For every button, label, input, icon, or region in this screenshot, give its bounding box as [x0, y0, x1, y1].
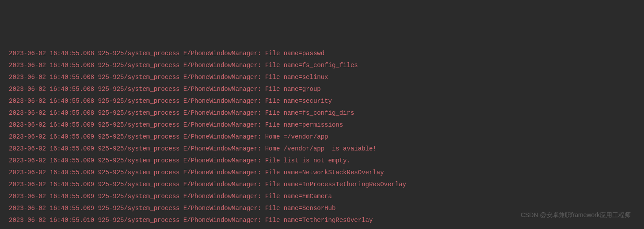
log-line[interactable]: 2023-06-02 16:40:55.008 925-925/system_p…: [0, 107, 644, 119]
log-line[interactable]: 2023-06-02 16:40:55.008 925-925/system_p…: [0, 83, 644, 95]
log-line[interactable]: 2023-06-02 16:40:55.009 925-925/system_p…: [0, 131, 644, 143]
log-line[interactable]: 2023-06-02 16:40:55.009 925-925/system_p…: [0, 167, 644, 179]
log-line[interactable]: 2023-06-02 16:40:55.008 925-925/system_p…: [0, 71, 644, 83]
log-line[interactable]: 2023-06-02 16:40:55.009 925-925/system_p…: [0, 119, 644, 131]
log-line[interactable]: 2023-06-02 16:40:55.008 925-925/system_p…: [0, 60, 644, 71]
log-line[interactable]: 2023-06-02 16:40:55.009 925-925/system_p…: [0, 179, 644, 191]
log-line[interactable]: 2023-06-02 16:40:55.009 925-925/system_p…: [0, 191, 644, 203]
log-line[interactable]: 2023-06-02 16:40:55.008 925-925/system_p…: [0, 95, 644, 107]
watermark-text: CSDN @安卓兼职framework应用工程师: [521, 209, 631, 221]
log-line[interactable]: 2023-06-02 16:40:55.008 925-925/system_p…: [0, 48, 644, 60]
log-line[interactable]: 2023-06-02 16:40:55.010 925-925/system_p…: [0, 226, 644, 229]
log-container[interactable]: 2023-06-02 16:40:55.008 925-925/system_p…: [0, 48, 644, 229]
log-line[interactable]: 2023-06-02 16:40:55.009 925-925/system_p…: [0, 143, 644, 155]
log-line[interactable]: 2023-06-02 16:40:55.009 925-925/system_p…: [0, 155, 644, 167]
